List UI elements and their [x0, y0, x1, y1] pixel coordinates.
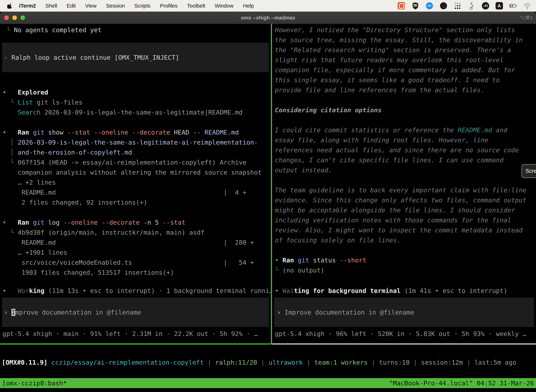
screen-share-overlay[interactable]: Scre	[522, 164, 536, 178]
ralph-loop-line: › Ralph loop active continue [OMX_TMUX_I…	[2, 52, 179, 62]
agents-status-line: └ No agents completed yet	[0, 25, 271, 35]
right-input-box[interactable]: › Improve documentation in @filename	[274, 298, 534, 327]
menu-edit[interactable]: Edit	[62, 3, 81, 9]
left-pane-bottom: • Working (11m 13s • esc to interrupt) ·…	[0, 286, 271, 343]
menu-profiles[interactable]: Profiles	[155, 3, 182, 9]
omx-status-bar: [OMX#0.11.9] cczip/essay/ai-reimplementa…	[0, 357, 536, 367]
right-pane-border	[272, 343, 536, 345]
right-pane-bottom: • Waiting for background terminal (1m 41…	[272, 286, 536, 343]
working-status-line: • Working (11m 13s • esc to interrupt) ·…	[0, 286, 271, 296]
left-pane-log: • Explored └ List git ls-files Search 20…	[0, 87, 271, 277]
menu-help[interactable]: Help	[238, 3, 259, 9]
chat-app-icon[interactable]	[397, 2, 405, 10]
menu-session[interactable]: Session	[101, 3, 129, 9]
right-model-status-line: gpt-5.4 xhigh · 96% left · 520K in · 5.8…	[272, 329, 536, 339]
menu-scripts[interactable]: Scripts	[129, 3, 155, 9]
left-model-status-line: gpt-5.4 xhigh · main · 91% left · 2.31M …	[0, 329, 271, 339]
moon-circle-icon[interactable]	[440, 2, 447, 10]
left-pane-border	[0, 343, 271, 345]
menu-toolbelt[interactable]: Toolbelt	[182, 3, 210, 9]
menu-view[interactable]: View	[81, 3, 101, 9]
left-input-line: › Improve documentation in @filename	[2, 307, 141, 317]
tmux-status-bar: [omx-cczip0:bash* "MacBook-Pro-44.local"…	[0, 378, 536, 388]
pane-divider[interactable]	[271, 24, 272, 344]
shield-grid-icon[interactable]	[412, 2, 419, 10]
apple-menu-icon[interactable]	[6, 2, 14, 10]
right-pane-log: However, I noticed the "Directory Struct…	[272, 25, 536, 275]
right-input-line: › Improve documentation in @filename	[274, 307, 414, 317]
window-hotkey: ⌥⌘1	[519, 15, 533, 21]
squiggle-icon[interactable]	[468, 2, 475, 10]
left-prompt-box[interactable]: › Ralph loop active continue [OMX_TMUX_I…	[2, 43, 269, 72]
macos-menu-bar: iTerm2 Shell Edit View Session Scripts P…	[0, 0, 536, 12]
window-title: omx --xhigh --madmax	[241, 15, 295, 21]
messenger-icon[interactable]	[426, 2, 433, 10]
right-pane[interactable]: However, I noticed the "Directory Struct…	[272, 24, 536, 343]
battery-percent-badge[interactable]: ..61	[482, 2, 489, 9]
minimize-button[interactable]	[12, 15, 17, 20]
terminal: └ No agents completed yet › Ralph loop a…	[0, 24, 536, 392]
menu-iterm2[interactable]: iTerm2	[14, 3, 41, 9]
waiting-status-line: • Waiting for background terminal (1m 41…	[272, 286, 536, 296]
zoom-button[interactable]	[20, 15, 25, 20]
tmux-host-clock: "MacBook-Pro-44.local" 04:52 31-Mar-26	[387, 378, 536, 388]
left-pane[interactable]: └ No agents completed yet › Ralph loop a…	[0, 24, 271, 343]
wifi-icon[interactable]	[523, 2, 531, 10]
battery-icon[interactable]	[509, 2, 517, 10]
input-source-badge[interactable]: A	[496, 2, 503, 9]
screen: iTerm2 Shell Edit View Session Scripts P…	[0, 0, 536, 392]
titlebar[interactable]: omx --xhigh --madmax ⌥⌘1	[0, 12, 536, 24]
dots-grid-icon[interactable]	[454, 2, 461, 10]
close-button[interactable]	[4, 15, 9, 20]
left-input-box[interactable]: › Improve documentation in @filename	[2, 298, 269, 327]
menu-window[interactable]: Window	[210, 3, 238, 9]
menu-shell[interactable]: Shell	[41, 3, 62, 9]
iterm-window: omx --xhigh --madmax ⌥⌘1 └ No agents com…	[0, 12, 536, 392]
screen-share-label: Scre	[526, 168, 536, 174]
tmux-session-label: [omx-cczip0:bash*	[0, 378, 69, 388]
